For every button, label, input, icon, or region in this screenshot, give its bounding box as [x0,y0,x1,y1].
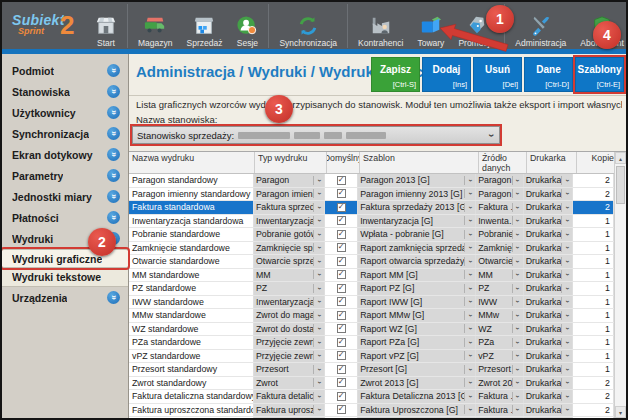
chevron-down-icon[interactable]: › [313,203,324,212]
chevron-down-icon[interactable]: › [561,351,572,360]
printer-dropdown[interactable]: Drukarka... › [524,417,574,418]
copies-cell[interactable]: 1 [573,323,614,336]
action-button[interactable]: Zapisz [Ctrl-S] [371,57,420,92]
printout-type-dropdown[interactable]: Faktura sprzed... › [254,201,325,214]
chevron-down-icon[interactable]: » [107,211,120,224]
table-row[interactable]: IWW standardowe Inwentaryzacja... › Rapo… [129,296,614,310]
chevron-down-icon[interactable]: › [464,324,475,333]
chevron-down-icon[interactable]: › [464,297,475,306]
chevron-down-icon[interactable]: › [512,405,523,414]
data-source-dropdown[interactable]: PZ › [476,282,524,295]
chevron-down-icon[interactable]: › [464,392,475,401]
chevron-down-icon[interactable]: » [107,291,120,304]
chevron-down-icon[interactable]: › [464,216,475,225]
template-dropdown[interactable]: Przesort [G] › [358,363,476,376]
template-dropdown[interactable]: Raport vPZ [G] › [358,350,476,363]
printer-dropdown[interactable]: Drukarka... › [524,282,574,295]
printer-dropdown[interactable]: Drukarka... › [524,296,574,309]
sidebar-item[interactable]: Płatności » [2,207,128,228]
copies-cell[interactable]: 2 [573,377,614,390]
chevron-down-icon[interactable]: › [313,365,324,374]
printout-name-cell[interactable]: Zamknięcie standardowe [129,242,254,255]
template-dropdown[interactable]: Raport MMw [G] › [358,309,476,322]
chevron-down-icon[interactable]: › [512,189,523,198]
copies-cell[interactable]: 1 [573,269,614,282]
default-checkbox[interactable] [337,203,346,212]
chevron-down-icon[interactable]: › [313,392,324,401]
table-row[interactable]: Inwentaryzacja standardowa Inwentaryzacj… [129,215,614,229]
printout-name-cell[interactable]: vPZ standardowe [129,350,254,363]
printout-type-dropdown[interactable]: MM › [254,269,325,282]
printout-type-dropdown[interactable]: Inwentaryzacja › [254,215,325,228]
sidebar-item[interactable]: Ekran dotykowy » [2,144,128,165]
data-source-dropdown[interactable]: MM › [476,269,524,282]
table-row[interactable]: PZ standardowe PZ › Raport PZ [G] › [129,282,614,296]
data-source-dropdown[interactable]: PZa › [476,336,524,349]
action-button[interactable]: Usuń [Del] [473,57,522,92]
data-source-dropdown[interactable]: Faktura ... › [476,201,524,214]
sidebar-item[interactable]: Parametry » [2,165,128,186]
chevron-down-icon[interactable]: › [313,311,324,320]
table-row[interactable]: vPZ standardowe Przyjęcie zewn... › Rapo… [129,350,614,364]
chevron-down-icon[interactable]: › [313,230,324,239]
printer-dropdown[interactable]: Drukarka... › [524,201,574,214]
template-dropdown[interactable]: Faktura sprzedaży 2013 [G] › [358,201,476,214]
default-checkbox[interactable] [337,351,346,360]
chevron-down-icon[interactable]: › [464,351,475,360]
chevron-down-icon[interactable]: › [512,257,523,266]
printer-dropdown[interactable]: Drukarka... › [524,336,574,349]
printout-type-dropdown[interactable]: Faktura uprosz... › [254,404,325,417]
sidebar-item[interactable]: Wydruki tekstowe » [2,268,128,287]
copies-cell[interactable]: 2 [573,201,614,214]
template-dropdown[interactable]: Raport PZa [G] › [358,336,476,349]
default-checkbox[interactable] [337,365,346,374]
default-checkbox[interactable] [337,324,346,333]
chevron-down-icon[interactable]: › [561,311,572,320]
printer-dropdown[interactable]: Drukarka... › [524,174,574,187]
data-source-dropdown[interactable]: Zamknięcie › [476,242,524,255]
copies-cell[interactable]: 1 [573,363,614,376]
copies-cell[interactable]: 2 [573,174,614,187]
template-dropdown[interactable]: Wpłata - pobranie [G] › [358,228,476,241]
printout-name-cell[interactable]: MMw standardowe [129,309,254,322]
copies-cell[interactable]: 1 [573,242,614,255]
printer-dropdown[interactable]: Drukarka... › [524,242,574,255]
scroll-up-arrow[interactable]: ▴ [615,152,626,164]
default-checkbox[interactable] [337,392,346,401]
printer-dropdown[interactable]: Drukarka... › [524,188,574,201]
chevron-down-icon[interactable]: › [464,270,475,279]
chevron-down-icon[interactable]: › [512,324,523,333]
table-row[interactable]: MMw standardowe Zwrot do maga... › Rapor… [129,309,614,323]
chevron-down-icon[interactable]: › [512,378,523,387]
copies-cell[interactable]: 1 [573,282,614,295]
table-row[interactable]: WZ standardowe Zwrot do dosta... › Rapor… [129,323,614,337]
copies-cell[interactable]: 2 [573,404,614,417]
chevron-down-icon[interactable]: › [561,243,572,252]
default-checkbox[interactable] [337,176,346,185]
chevron-down-icon[interactable]: › [561,405,572,414]
chevron-down-icon[interactable]: › [512,243,523,252]
sidebar-item[interactable]: Użytkownicy » [2,102,128,123]
toolbar-item[interactable]: Sesje [229,4,269,48]
chevron-down-icon[interactable]: › [464,338,475,347]
default-checkbox[interactable] [337,189,346,198]
sidebar-item[interactable]: Urządzenia » [2,287,128,308]
printout-type-dropdown[interactable]: Pobranie gotówki › [254,228,325,241]
template-dropdown[interactable]: Raport IWW [G] › [358,296,476,309]
chevron-down-icon[interactable]: » [107,148,120,161]
chevron-down-icon[interactable]: » [107,106,120,119]
data-source-dropdown[interactable]: Paragon ... › [476,174,524,187]
table-row[interactable]: Otwarcie standardowe Otwarcie sprze... ›… [129,255,614,269]
printout-type-dropdown[interactable]: Zamknięcie sprz... › [254,242,325,255]
printout-name-cell[interactable]: MM standardowe [129,269,254,282]
default-checkbox[interactable] [337,270,346,279]
default-checkbox[interactable] [337,297,346,306]
chevron-down-icon[interactable]: › [512,203,523,212]
chevron-down-icon[interactable]: › [313,338,324,347]
data-source-dropdown[interactable]: Otwarcie › [476,255,524,268]
printer-dropdown[interactable]: Drukarka... › [524,404,574,417]
table-row[interactable]: Zwrot standardowy Zwrot › Zwrot 2013 [G]… [129,377,614,391]
chevron-down-icon[interactable]: › [561,324,572,333]
chevron-down-icon[interactable]: › [464,405,475,414]
chevron-down-icon[interactable]: › [561,176,572,185]
